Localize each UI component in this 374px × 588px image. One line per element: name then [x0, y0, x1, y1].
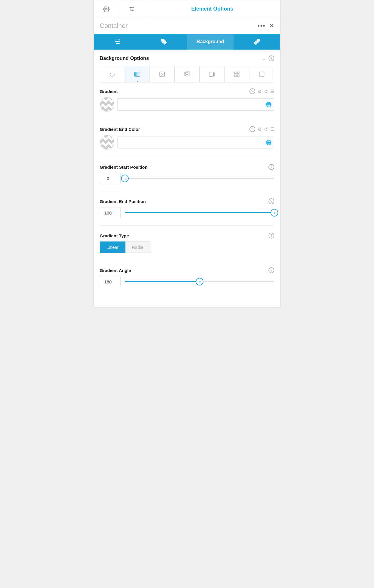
gradient-type-label-row: Gradient Type ?: [100, 233, 274, 239]
gradient-angle-label-row: Gradient Angle ?: [100, 267, 274, 273]
svg-point-5: [130, 9, 131, 10]
globe-icon-2[interactable]: 🌐: [266, 140, 272, 145]
gradient-end-color-text-input[interactable]: 🌐: [117, 136, 274, 148]
svg-point-13: [163, 41, 164, 42]
svg-rect-21: [209, 72, 214, 77]
gradient-end-label-row: Gradient End Color ? ⚙ ↺ ☰: [100, 126, 274, 132]
gradient-end-label: Gradient End Color: [100, 127, 140, 132]
gradient-end-pos-slider-row: [100, 207, 274, 218]
svg-point-4: [132, 7, 134, 8]
gradient-end-position-group: Gradient End Position ?: [100, 198, 274, 226]
gradient-end-pos-label-row: Gradient End Position ?: [100, 198, 274, 204]
gradient-start-pos-thumb[interactable]: [121, 175, 129, 182]
gradient-start-label: Gradient: [100, 89, 118, 94]
gradient-end-color-input-row: 🌐: [100, 135, 274, 150]
tab-settings[interactable]: [94, 34, 140, 50]
more-options-button[interactable]: •••: [258, 23, 266, 29]
top-bar: Element Options: [94, 0, 280, 18]
svg-point-6: [132, 10, 133, 11]
section-header: Background Options ⌄ ?: [100, 55, 274, 61]
svg-rect-15: [135, 72, 140, 77]
bg-type-shape[interactable]: [249, 66, 274, 82]
sliders-tab[interactable]: [119, 0, 144, 18]
gradient-start-pos-input[interactable]: [100, 173, 121, 184]
gradient-end-pos-slider[interactable]: [125, 209, 274, 216]
gradient-start-position-group: Gradient Start Position ?: [100, 164, 274, 191]
bg-type-image[interactable]: [150, 66, 175, 82]
gradient-start-color-text-input[interactable]: 🌐: [117, 98, 274, 111]
radial-button[interactable]: Radial: [125, 241, 151, 253]
gradient-start-color-group: Gradient ? ⚙ ↺ ☰ 🌐: [100, 88, 274, 119]
gradient-angle-label: Gradient Angle: [100, 268, 131, 273]
gradient-end-pos-help-icon[interactable]: ?: [268, 198, 274, 204]
gradient-end-pos-thumb[interactable]: [271, 209, 278, 217]
gradient-start-db-icon[interactable]: ☰: [270, 89, 274, 94]
gradient-end-color-swatch[interactable]: [100, 135, 114, 150]
gradient-start-pos-label-row: Gradient Start Position ?: [100, 164, 274, 170]
gradient-type-label: Gradient Type: [100, 233, 129, 238]
svg-rect-27: [259, 72, 264, 77]
svg-rect-26: [237, 75, 239, 77]
tab-background[interactable]: Background: [187, 34, 234, 50]
gradient-type-toggle-group: Linear Radial: [100, 241, 274, 253]
gradient-start-pos-slider-row: [100, 173, 274, 184]
gradient-end-color-group: Gradient End Color ? ⚙ ↺ ☰ 🌐: [100, 126, 274, 157]
gradient-start-pos-slider[interactable]: [125, 175, 274, 182]
gradient-start-color-swatch[interactable]: [100, 97, 114, 112]
gradient-start-settings-icon[interactable]: ⚙: [258, 89, 262, 94]
svg-point-12: [118, 43, 119, 44]
header-actions: ••• ✕: [258, 22, 274, 30]
gradient-type-group: Gradient Type ? Linear Radial: [100, 233, 274, 260]
section-controls: ⌄ ?: [262, 55, 274, 61]
svg-rect-24: [237, 72, 239, 74]
gradient-start-color-input-row: 🌐: [100, 97, 274, 112]
bg-type-none[interactable]: [100, 66, 125, 82]
bg-type-images[interactable]: [175, 66, 200, 82]
main-tab-bar: Background: [94, 34, 280, 50]
gradient-start-label-row: Gradient ? ⚙ ↺ ☰: [100, 88, 274, 94]
content-area: Background Options ⌄ ?: [94, 50, 280, 307]
bg-type-grid[interactable]: [225, 66, 249, 82]
gradient-type-help-icon[interactable]: ?: [268, 233, 274, 239]
gradient-start-color-field[interactable]: [120, 102, 271, 107]
gradient-start-icons: ? ⚙ ↺ ☰: [249, 88, 274, 94]
gradient-end-reset-icon[interactable]: ↺: [264, 126, 268, 132]
gradient-end-pos-input[interactable]: [100, 207, 121, 218]
svg-point-20: [185, 73, 186, 74]
globe-icon[interactable]: 🌐: [266, 102, 272, 107]
tab-paint[interactable]: [140, 34, 187, 50]
gradient-angle-help-icon[interactable]: ?: [268, 267, 274, 273]
tab-link[interactable]: [234, 34, 280, 50]
gradient-end-color-field[interactable]: [120, 140, 271, 145]
svg-point-10: [118, 39, 120, 40]
linear-button[interactable]: Linear: [100, 241, 125, 253]
gradient-start-pos-help-icon[interactable]: ?: [268, 164, 274, 170]
gradient-end-settings-icon[interactable]: ⚙: [258, 126, 262, 132]
bg-type-video[interactable]: [200, 66, 225, 82]
panel-title: Element Options: [144, 6, 280, 12]
gradient-end-help-icon[interactable]: ?: [249, 126, 255, 132]
svg-point-11: [115, 41, 116, 42]
section-title: Background Options: [100, 55, 149, 61]
gradient-angle-input[interactable]: [100, 276, 121, 287]
gradient-end-pos-label: Gradient End Position: [100, 199, 146, 204]
gradient-angle-slider-row: [100, 276, 274, 287]
svg-point-0: [106, 8, 107, 10]
header-row: Container ••• ✕: [94, 18, 280, 34]
chevron-down-icon[interactable]: ⌄: [262, 56, 266, 61]
bg-type-tabs: GRADIENT: [100, 66, 274, 82]
gradient-end-icons: ? ⚙ ↺ ☰: [249, 126, 274, 132]
bg-type-gradient[interactable]: GRADIENT: [125, 66, 150, 82]
gradient-end-db-icon[interactable]: ☰: [270, 126, 274, 132]
help-icon[interactable]: ?: [268, 55, 274, 61]
gradient-angle-slider[interactable]: [125, 278, 274, 285]
gradient-start-help-icon[interactable]: ?: [249, 88, 255, 94]
close-button[interactable]: ✕: [269, 22, 274, 30]
svg-point-17: [161, 73, 162, 74]
svg-rect-23: [234, 72, 236, 74]
gradient-angle-thumb[interactable]: [196, 278, 203, 285]
gradient-start-reset-icon[interactable]: ↺: [264, 89, 268, 94]
settings-tab[interactable]: [94, 0, 119, 18]
container-label: Container: [100, 22, 127, 30]
gradient-start-pos-label: Gradient Start Position: [100, 165, 147, 170]
